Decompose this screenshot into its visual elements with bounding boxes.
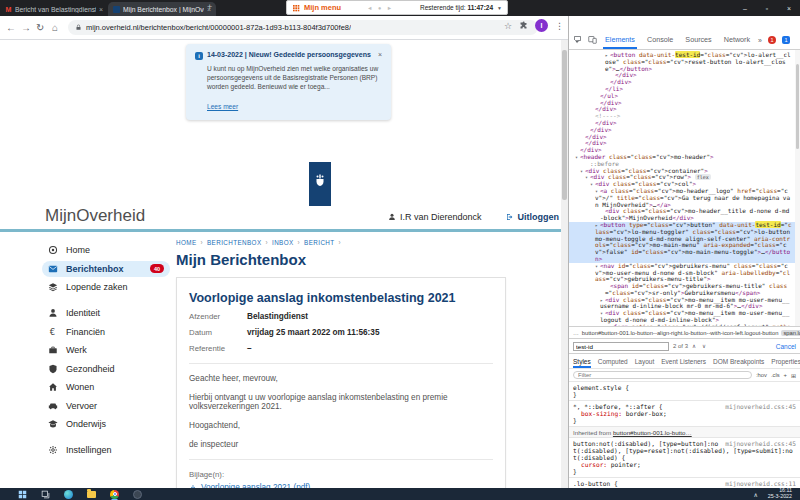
css-property[interactable]: cursor: pointer; <box>573 461 796 468</box>
breadcrumb-link[interactable]: INBOX <box>272 239 294 246</box>
address-bar[interactable]: mijn.overheid.nl/berichtenbox/bericht/00… <box>68 20 538 35</box>
devtools-code-line[interactable]: <div class="class="cv">mo-header__title … <box>569 208 800 222</box>
extensions-icon[interactable] <box>519 21 528 30</box>
sidebar-item[interactable]: Vervoer <box>42 398 170 414</box>
close-icon[interactable]: × <box>778 5 800 12</box>
logout-button[interactable]: Uitloggen <box>506 212 560 222</box>
bookmark-star-icon[interactable]: ☆ <box>504 21 512 31</box>
minimize-icon[interactable]: – <box>734 5 756 12</box>
devtools-tab[interactable]: Console <box>645 35 675 49</box>
inherited-from-link[interactable]: button#button-001.lo-butto… <box>613 429 692 436</box>
sidebar-item[interactable]: Berichtenbox 40 <box>42 261 170 277</box>
user-name-button[interactable]: I.R van Dierendonck <box>388 212 482 222</box>
inspect-icon[interactable] <box>573 35 582 44</box>
edge-icon[interactable] <box>64 490 73 499</box>
scrollbar-thumb[interactable] <box>562 50 567 200</box>
devtools-tab[interactable]: Elements <box>603 35 637 49</box>
scrollbar-thumb[interactable] <box>796 64 799 149</box>
maximize-icon[interactable]: ▫ <box>756 5 778 12</box>
devtools-code-line[interactable]: ▸<button data-unit-test-id="class="cv">l… <box>569 52 800 72</box>
avatar[interactable]: I <box>535 19 548 32</box>
mijn-menu-label[interactable]: Mijn menu <box>304 3 341 12</box>
devtools-scrollbar[interactable] <box>795 50 800 326</box>
devtools-code-line[interactable]: ▾<form action="class="cv">/digid/csrf-lo… <box>569 324 800 326</box>
overlay-controls[interactable]: ◄ ● ► <box>345 5 416 11</box>
chrome-icon[interactable] <box>110 490 119 499</box>
devtools-code-line[interactable]: ▸<button type="class="cv">button" data-u… <box>569 222 800 263</box>
new-rule-button[interactable]: + <box>784 372 787 378</box>
style-tab[interactable]: Layout <box>635 358 655 368</box>
styles-filter-bar: :hov .cls + ⊞ <box>569 368 800 382</box>
hov-toggle[interactable]: :hov <box>756 372 767 378</box>
find-cancel-button[interactable]: Cancel <box>776 343 796 350</box>
styles-filter-input[interactable] <box>573 371 752 379</box>
sidebar-item[interactable]: Home <box>42 242 170 258</box>
start-button[interactable] <box>18 490 27 499</box>
rijksoverheid-logo[interactable] <box>309 162 331 206</box>
sidebar-item[interactable]: Onderwijs <box>42 416 170 432</box>
browser-tab[interactable]: M Bericht van Belastingdienst (do × <box>0 2 108 16</box>
css-source-link[interactable]: mijnoverheid.css:45 <box>725 440 796 447</box>
tab-close-icon[interactable]: × <box>99 6 103 13</box>
style-tab[interactable]: DOM Breakpoints <box>713 358 764 368</box>
devtools-code-line[interactable]: <span id="class="cv">gebruikers-menu-tit… <box>569 283 800 297</box>
browser-menu-icon[interactable]: ⋮ <box>555 21 564 31</box>
find-input[interactable] <box>573 342 669 351</box>
sidebar-item[interactable]: Gezondheid <box>42 361 170 377</box>
alert-read-more-link[interactable]: Lees meer <box>207 103 238 110</box>
more-tabs-icon[interactable]: » <box>758 37 762 44</box>
device-toolbar-icon[interactable] <box>588 35 597 44</box>
sidebar-item[interactable]: € Financiën <box>42 324 170 340</box>
breadcrumb: HOME › BERICHTENBOX › INBOX › BERICHT › <box>176 239 506 246</box>
devtools-tab[interactable]: Network <box>722 35 752 49</box>
breadcrumb-link[interactable]: HOME <box>176 239 197 246</box>
error-badge[interactable]: 1 <box>768 36 776 44</box>
style-tab[interactable]: Computed <box>598 358 628 368</box>
css-source-link[interactable]: mijnoverheid.css:45 <box>725 403 796 410</box>
file-explorer-icon[interactable] <box>87 490 96 499</box>
devtools-code-line[interactable]: ▸<div class="class="cv">mo-menu__item mo… <box>569 297 800 311</box>
page-scrollbar[interactable] <box>561 40 568 488</box>
chevron-down-icon[interactable]: ▼ <box>497 5 502 11</box>
issues-badge[interactable]: 1 <box>782 36 790 44</box>
sidebar-item[interactable]: Identiteit <box>42 305 170 321</box>
devtools-code-line[interactable]: ▾<div class="class="cv">mo-menu__item mo… <box>569 310 800 324</box>
devtools-code-line[interactable]: ▾<a class="class="cv">mo-header__logo" h… <box>569 188 800 208</box>
cls-toggle[interactable]: .cls <box>771 372 780 378</box>
alert-close-icon[interactable]: × <box>378 51 382 58</box>
tray-chevron-icon[interactable]: ∧ <box>753 491 757 498</box>
sidebar-item[interactable]: Wonen <box>42 379 170 395</box>
style-tab[interactable]: Event Listeners <box>661 358 706 368</box>
grid-icon[interactable]: ⊞ <box>791 372 796 379</box>
task-view-icon[interactable] <box>41 490 50 499</box>
devtools-code-line[interactable]: </div> <box>569 79 800 86</box>
devtools-crumb[interactable]: span.lo-button__label <box>781 330 800 336</box>
sidebar-item[interactable]: Lopende zaken <box>42 279 170 295</box>
devtools-code-line[interactable]: </div> <box>569 72 800 79</box>
devtools-tab[interactable]: Sources <box>683 35 713 49</box>
prev-match-icon[interactable]: ∧ <box>692 343 698 349</box>
sidebar-item[interactable]: Instellingen <box>42 442 170 458</box>
css-property[interactable]: box-sizing: border-box; <box>573 410 796 417</box>
new-tab-button[interactable]: + <box>200 0 219 14</box>
sidebar-item[interactable]: Werk <box>42 342 170 358</box>
style-tab[interactable]: Styles <box>573 358 591 368</box>
devtools-code-line[interactable]: ▾<nav id="class="cv">gebruikers-menu" cl… <box>569 263 800 283</box>
breadcrumb-link[interactable]: BERICHTENBOX <box>207 239 261 246</box>
logout-icon <box>506 213 514 221</box>
back-icon[interactable]: ← <box>6 20 16 35</box>
css-source-link[interactable]: mijnoverheid.css:11 <box>725 480 796 487</box>
devtools-code-line[interactable]: </div> <box>569 140 800 147</box>
style-tab[interactable]: Properties <box>771 358 800 368</box>
home-icon[interactable]: ⌂ <box>52 20 58 35</box>
next-match-icon[interactable]: ∨ <box>702 343 708 349</box>
devtools-crumb[interactable]: … <box>573 330 579 336</box>
taskbar-clock[interactable]: 16:11 25-3-2022 <box>768 488 792 499</box>
person-icon <box>48 308 58 318</box>
browser-dark-icon[interactable] <box>133 490 142 499</box>
browser-toolbar: ← → ↻ ⌂ mijn.overheid.nl/berichtenbox/be… <box>0 16 568 40</box>
devtools-crumb[interactable]: button#button-001.lo-button--align-right… <box>582 330 779 336</box>
forward-icon[interactable]: → <box>21 20 31 35</box>
breadcrumb-link[interactable]: BERICHT <box>304 239 334 246</box>
reload-icon[interactable]: ↻ <box>36 20 44 35</box>
